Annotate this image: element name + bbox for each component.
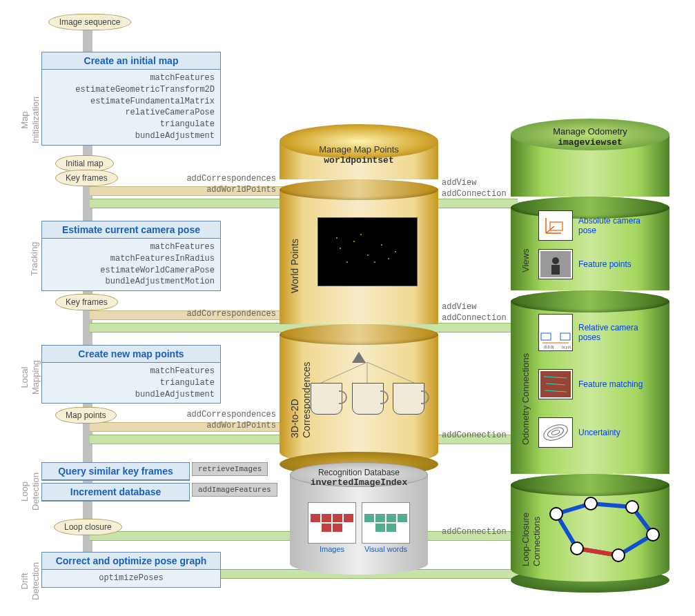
world-points-image [317, 217, 418, 286]
cup-icon [352, 383, 384, 415]
projection-lines-icon [307, 362, 428, 383]
badge-key-frames: Key frames [55, 170, 118, 186]
svg-text:(x,y,z): (x,y,z) [562, 345, 571, 349]
svg-point-9 [336, 237, 337, 239]
gold-label-worldpoints: World Points [289, 239, 300, 293]
step-create-new-map-points: Create new map points matchFeatures tria… [41, 345, 221, 404]
side-call-addimgfeat: addImageFeatures [192, 483, 277, 497]
svg-rect-13 [550, 222, 562, 230]
func: bundleAdjustment [48, 389, 215, 401]
connector-label: addWorldPoints [138, 421, 276, 430]
svg-point-28 [551, 429, 560, 436]
gold-separator [280, 324, 438, 345]
side-call-retrieve: retrieveImages [192, 462, 268, 476]
connector-label: addCorrespondences [138, 410, 276, 419]
svg-point-15 [552, 257, 559, 264]
svg-line-12 [367, 362, 414, 383]
func: matchFeaturesInRadius [48, 253, 215, 265]
func: bundleAdjustment [48, 130, 215, 142]
svg-point-31 [585, 497, 597, 510]
green-title: Manage Odometryimageviewset [511, 126, 669, 148]
ellipse-icon [538, 417, 573, 448]
two-camera-icon: (0,0,0)(x,y,z) [538, 314, 573, 351]
cylinder-imageviewset: Manage Odometryimageviewset Views Odomet… [511, 135, 669, 583]
item-label: Absolute camera pose [578, 216, 654, 236]
pointcloud-icon [320, 221, 416, 283]
func: triangulate [48, 377, 215, 389]
step-title: Query similar key frames [42, 463, 189, 480]
func: estimateFundamentalMatrix [48, 96, 215, 108]
photographer-icon [538, 249, 573, 279]
phase-label: Loop Detection [19, 473, 41, 510]
item-label: Feature points [578, 259, 654, 269]
connector-label: addWorldPoints [138, 185, 276, 195]
badge-map-points: Map points [55, 407, 117, 424]
connector-label: addCorrespondences [138, 174, 276, 183]
cup-icon [393, 383, 424, 415]
svg-point-1 [353, 241, 355, 242]
db-caption: Images [308, 545, 356, 553]
badge-image-sequence: Image sequence [48, 14, 131, 30]
db-caption: Visual words [362, 545, 410, 553]
badge-loop-closure: Loop closure [54, 519, 122, 535]
step-title: Create new map points [42, 346, 220, 363]
svg-point-34 [612, 549, 625, 562]
svg-point-33 [647, 528, 659, 541]
item-label: Feature matching [578, 379, 654, 389]
cup-icon [311, 383, 342, 415]
svg-point-3 [381, 244, 382, 246]
svg-point-0 [340, 248, 341, 249]
cylinder-inverted-index: Recognition DatabaseinvertedImageIndex I… [290, 475, 428, 578]
step-create-initial-map: Create an initial map matchFeatures esti… [41, 52, 221, 146]
match-icon [538, 369, 573, 399]
db-images: Images [308, 502, 356, 553]
step-increment-db: Increment database [41, 483, 190, 501]
func: matchFeatures [48, 241, 215, 253]
func: bundleAdjustmentMotion [48, 276, 215, 288]
func: estimateGeometricTransform2D [48, 84, 215, 96]
func: matchFeatures [48, 366, 215, 377]
green-label-odometry: Odometry Connections [520, 353, 531, 445]
item-absolute-pose: Absolute camera pose [538, 210, 654, 241]
db-words: Visual words [362, 502, 410, 553]
phase-label: Map Initialization [19, 97, 41, 143]
gray-title: Recognition DatabaseinvertedImageIndex [290, 468, 428, 488]
phase-label: Tracking [29, 242, 40, 276]
svg-point-5 [346, 261, 348, 263]
item-relative-poses: (0,0,0)(x,y,z) Relative camera poses [538, 314, 654, 351]
svg-point-6 [374, 261, 375, 263]
svg-point-4 [395, 251, 396, 252]
svg-point-26 [542, 421, 570, 443]
svg-point-30 [550, 508, 562, 520]
svg-rect-19 [560, 333, 570, 340]
phase-label: Drift Detection [19, 562, 41, 600]
svg-point-7 [360, 234, 362, 235]
func: matchFeatures [48, 72, 215, 84]
phase-label: Local Mapping [19, 360, 41, 395]
loop-graph-icon [542, 493, 660, 569]
item-label: Uncertainty [578, 428, 654, 437]
words-thumbnail [362, 502, 410, 544]
svg-text:(0,0,0): (0,0,0) [544, 345, 554, 349]
func: estimateWorldCameraPose [48, 265, 215, 277]
svg-point-35 [571, 542, 583, 555]
step-title: Increment database [42, 484, 189, 501]
step-title: Correct and optimize pose graph [42, 553, 220, 570]
svg-point-8 [388, 258, 389, 259]
step-title: Estimate current camera pose [42, 221, 220, 239]
func: triangulate [48, 119, 215, 130]
gold-title: Manage Map Pointsworldpointset [280, 144, 438, 166]
cup-images [311, 383, 424, 415]
connector-label: addCorrespondences [138, 309, 276, 319]
pyramid-icon [352, 352, 366, 363]
step-correct-optimize: Correct and optimize pose graph optimize… [41, 552, 221, 588]
step-estimate-pose: Estimate current camera pose matchFeatur… [41, 221, 221, 291]
step-title: Create an initial map [42, 52, 220, 70]
cylinder-worldpointset: Manage Map Pointsworldpointset World Poi… [280, 141, 438, 466]
svg-point-32 [626, 501, 638, 513]
func: optimizePoses [48, 573, 215, 584]
item-feature-points: Feature points [538, 249, 654, 279]
images-thumbnail [308, 502, 356, 544]
green-label-views: Views [520, 249, 531, 272]
svg-point-2 [367, 255, 369, 256]
